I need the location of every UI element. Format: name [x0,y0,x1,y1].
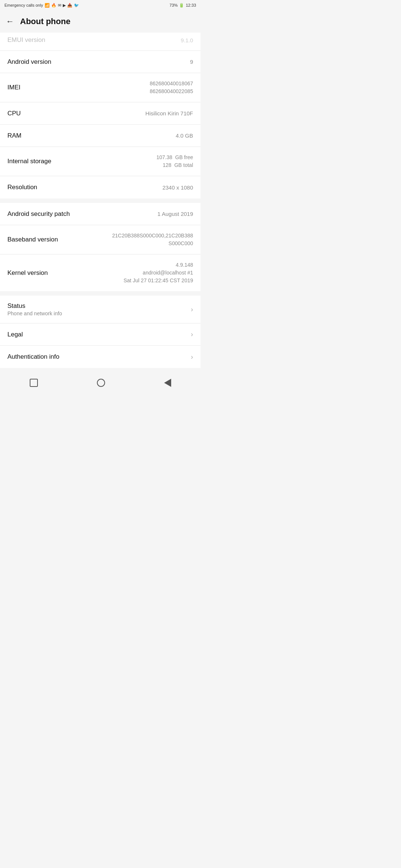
security-patch-value: 1 August 2019 [157,211,193,217]
baseband-version-label: Baseband version [7,236,58,243]
row-imei: IMEI 862680040018067862680040022085 [0,73,200,102]
legal-chevron-icon: › [191,331,193,338]
emergency-calls-text: Emergency calls only [4,3,43,7]
legal-label: Legal [7,331,23,338]
emui-label: EMUI version [7,36,45,44]
row-kernel-version: Kernel version 4.9.148android@localhost … [0,254,200,291]
section-emui: EMUI version 9.1.0 [0,33,200,51]
security-patch-label: Android security patch [7,210,70,218]
row-security-patch: Android security patch 1 August 2019 [0,203,200,225]
section-system-info: Android version 9 IMEI 86268004001806786… [0,51,200,198]
wifi-icon: 🔥 [51,3,56,8]
section-links: Status Phone and network info › Legal › … [0,296,200,368]
status-right: 73% 🔋 12:33 [169,3,196,8]
cpu-value: Hisilicon Kirin 710F [146,110,193,116]
row-ram: RAM 4.0 GB [0,125,200,147]
resolution-value: 868 x 401 [162,184,193,191]
imei-label: IMEI [7,84,20,91]
imei-value: 862680040018067862680040022085 [150,80,193,95]
row-status[interactable]: Status Phone and network info › [0,296,200,323]
android-version-value: 9 [190,59,193,65]
email-icon: ✉ [58,3,61,8]
baseband-version-value: 21C20B388S000C000,21C20B388S000C000 [112,232,193,247]
nav-back-button[interactable] [164,379,171,387]
bird-icon: 🐦 [74,3,79,8]
row-android-version: Android version 9 [0,51,200,73]
row-internal-storage: Internal storage 107.38 GB free128 GB to… [0,147,200,176]
ram-label: RAM [7,132,22,139]
authentication-info-chevron-icon: › [191,353,193,361]
back-button[interactable]: ← [6,17,14,26]
resolution-label: Resolution [7,184,37,191]
battery-icon: 🔋 [179,3,184,8]
internal-storage-value: 107.38 GB free128 GB total [156,154,193,169]
status-label: Status [7,302,62,310]
android-version-label: Android version [7,58,51,66]
download-icon: 📥 [67,3,72,8]
internal-storage-label: Internal storage [7,158,51,165]
sim-icon: 📶 [45,3,50,8]
kernel-version-value: 4.9.148android@localhost #1Sat Jul 27 01… [124,261,193,285]
page-title: About phone [20,17,71,26]
battery-percent: 73% [169,3,177,7]
play-icon: ▶ [63,3,66,8]
row-resolution: Resolution 868 x 401 [0,176,200,198]
ram-value: 4.0 GB [176,132,193,139]
authentication-info-label: Authentication info [7,353,59,361]
nav-circle-button[interactable] [97,379,105,387]
time-display: 12:33 [186,3,196,7]
status-bar: Emergency calls only 📶 🔥 ✉ ▶ 📥 🐦 73% 🔋 1… [0,0,200,10]
row-authentication-info[interactable]: Authentication info › [0,346,200,368]
row-cpu: CPU Hisilicon Kirin 710F [0,102,200,125]
row-emui-version: EMUI version 9.1.0 [0,33,200,51]
status-chevron-icon: › [191,306,193,313]
kernel-version-label: Kernel version [7,269,48,277]
section-system-info-2: Android security patch 1 August 2019 Bas… [0,203,200,291]
cpu-label: CPU [7,110,21,117]
status-sublabel: Phone and network info [7,310,62,316]
row-baseband-version: Baseband version 21C20B388S000C000,21C20… [0,225,200,254]
top-bar: ← About phone [0,10,200,33]
status-left: Emergency calls only 📶 🔥 ✉ ▶ 📥 🐦 [4,3,79,8]
row-legal[interactable]: Legal › [0,323,200,346]
emui-value: 9.1.0 [181,37,193,43]
bottom-nav [0,372,200,393]
nav-square-button[interactable] [30,379,38,387]
